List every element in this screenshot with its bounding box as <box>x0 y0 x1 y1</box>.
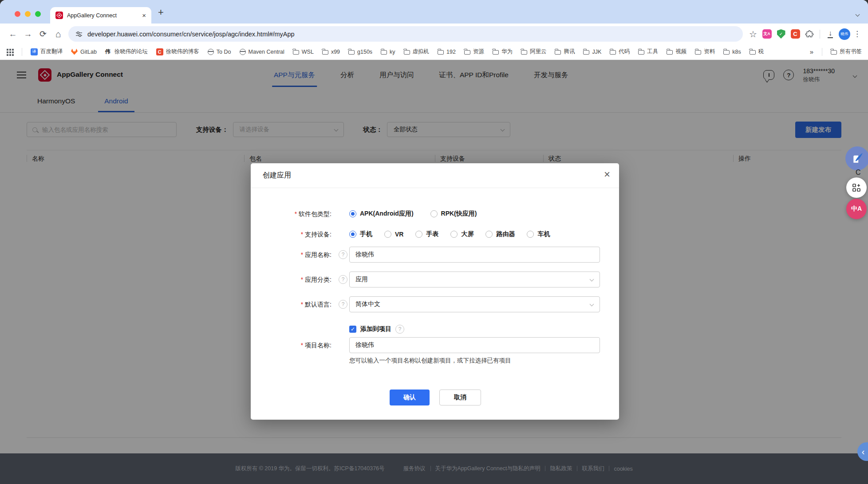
help-icon[interactable]: ? <box>395 325 404 334</box>
folder-icon <box>723 50 730 55</box>
bookmark-folder-x99[interactable]: x99 <box>322 49 340 55</box>
bookmark-blog[interactable]: C徐晓伟的博客 <box>156 48 199 55</box>
folder-icon <box>293 50 299 55</box>
translate-widget-button[interactable]: 中A <box>846 199 867 219</box>
bookmark-forum[interactable]: 伟徐晓伟的论坛 <box>105 48 148 55</box>
default-language-select[interactable]: 简体中文 <box>349 296 600 312</box>
forward-icon[interactable]: → <box>20 29 36 39</box>
folder-icon <box>583 50 589 55</box>
folder-icon <box>404 50 410 55</box>
apps-shortcut-icon[interactable] <box>6 48 13 55</box>
extensions-puzzle-icon[interactable] <box>804 28 815 40</box>
bookmark-todo[interactable]: To Do <box>208 49 231 55</box>
bookmark-folder-video[interactable]: 视频 <box>667 48 687 55</box>
bookmark-folder-code[interactable]: 代码 <box>610 48 630 55</box>
tab-close-icon[interactable]: × <box>142 12 146 19</box>
modal-title: 创建应用 <box>263 171 291 180</box>
bookmark-folder-k8s[interactable]: k8s <box>723 49 741 55</box>
folder-icon <box>638 50 644 55</box>
site-settings-icon[interactable] <box>75 31 83 38</box>
browser-tab[interactable]: AppGallery Connect × <box>50 7 151 24</box>
radio-car[interactable]: 车机 <box>527 230 550 238</box>
add-to-project-checkbox[interactable]: ✓ 添加到项目 ? <box>349 325 600 334</box>
tab-title: AppGallery Connect <box>67 12 138 19</box>
folder-icon <box>750 50 756 55</box>
confirm-button[interactable]: 确认 <box>390 390 430 405</box>
radio-off-icon <box>527 231 534 238</box>
home-icon[interactable]: ⌂ <box>51 29 66 39</box>
radio-off-icon <box>384 231 391 238</box>
cancel-button[interactable]: 取消 <box>439 390 481 405</box>
radio-router[interactable]: 路由器 <box>485 230 515 238</box>
bookmark-folder-ziliao[interactable]: 资料 <box>695 48 715 55</box>
address-bar[interactable]: developer.huawei.com/consumer/cn/service… <box>68 26 743 42</box>
radio-watch[interactable]: 手表 <box>415 230 438 238</box>
appgallery-favicon-icon <box>55 12 63 19</box>
collector-widget-button[interactable] <box>846 177 867 198</box>
bookmark-folder-jjk[interactable]: JJK <box>583 49 601 55</box>
bookmark-folder-tools[interactable]: 工具 <box>638 48 658 55</box>
adblock-shield-icon[interactable]: ✓ <box>775 28 787 40</box>
radio-phone[interactable]: 手机 <box>349 230 372 238</box>
package-type-options: APK(Android应用) RPK(快应用) <box>349 207 600 221</box>
app-name-input[interactable] <box>349 247 600 263</box>
app-category-select[interactable]: 应用 <box>349 272 600 287</box>
minimize-window-button[interactable] <box>25 11 31 17</box>
project-name-label: 项目名称: <box>251 337 331 353</box>
note-widget-button[interactable] <box>845 146 868 170</box>
bookmarks-bar: 译百度翻译 GitLab 伟徐晓伟的论坛 C徐晓伟的博客 To Do Maven… <box>0 44 868 59</box>
project-name-row: 项目名称: <box>251 337 619 353</box>
folder-icon <box>322 50 328 55</box>
bookmark-folder-tax[interactable]: 税 <box>750 48 764 55</box>
radio-bigscreen[interactable]: 大屏 <box>450 230 473 238</box>
radio-on-icon <box>349 210 356 217</box>
bookmark-baidu-translate[interactable]: 译百度翻译 <box>31 48 63 55</box>
csdn-extension-icon[interactable]: C <box>789 28 801 40</box>
tab-search-icon[interactable] <box>856 10 859 18</box>
bookmark-folder-tencent[interactable]: 腾讯 <box>555 48 575 55</box>
folder-icon <box>610 50 616 55</box>
all-bookmarks-folder[interactable]: 所有书签 <box>831 48 862 55</box>
radio-rpk[interactable]: RPK(快应用) <box>430 210 477 218</box>
translate-extension-icon[interactable]: 文A <box>761 28 773 40</box>
help-icon[interactable]: ? <box>339 300 347 309</box>
bookmark-folder-wsl[interactable]: WSL <box>293 49 314 55</box>
profile-avatar[interactable]: 晓伟 <box>839 28 850 40</box>
new-tab-button[interactable]: + <box>158 7 164 18</box>
back-icon[interactable]: ← <box>5 29 20 39</box>
radio-vr[interactable]: VR <box>384 231 403 238</box>
bookmark-folder-ziyuan[interactable]: 资源 <box>464 48 484 55</box>
folder-icon <box>695 50 701 55</box>
extension-c-label[interactable]: C <box>856 169 861 177</box>
create-app-modal: 创建应用 × 软件包类型: APK(Android应用) RPK(快应用) 支持… <box>251 163 619 420</box>
radio-off-icon <box>485 231 493 238</box>
package-type-row: 软件包类型: APK(Android应用) RPK(快应用) <box>251 207 619 221</box>
close-window-button[interactable] <box>15 11 20 17</box>
bookmarks-overflow-icon[interactable]: » <box>810 48 813 55</box>
browser-menu-icon[interactable]: ⋮ <box>853 29 861 39</box>
bookmark-star-icon[interactable]: ☆ <box>749 29 757 39</box>
folder-icon <box>555 50 561 55</box>
bookmark-folder-vm[interactable]: 虚拟机 <box>404 48 430 55</box>
bookmark-folder-huawei[interactable]: 华为 <box>493 48 513 55</box>
folder-icon <box>493 50 499 55</box>
bookmark-folder-192[interactable]: 192 <box>438 49 456 55</box>
help-icon[interactable]: ? <box>339 275 347 284</box>
bookmark-gitlab[interactable]: GitLab <box>71 49 97 55</box>
project-name-input[interactable] <box>349 337 600 353</box>
zoom-window-button[interactable] <box>35 11 41 17</box>
radio-apk[interactable]: APK(Android应用) <box>349 210 414 218</box>
chevron-down-icon <box>590 302 594 307</box>
folder-icon <box>348 50 355 55</box>
forum-icon: 伟 <box>105 48 112 55</box>
modal-close-icon[interactable]: × <box>604 169 610 180</box>
bookmark-folder-g150s[interactable]: g150s <box>348 49 372 55</box>
downloads-icon[interactable]: ↓ <box>825 28 836 40</box>
bookmark-folder-ky[interactable]: ky <box>381 49 395 55</box>
help-icon[interactable]: ? <box>339 250 347 259</box>
reload-icon[interactable]: ⟳ <box>36 29 51 39</box>
bookmark-folder-aliyun[interactable]: 阿里云 <box>521 48 547 55</box>
bookmark-maven-central[interactable]: Maven Central <box>240 49 284 55</box>
project-name-hint: 您可以输入一个项目名称以创建新项目，或下拉选择已有项目 <box>349 357 600 365</box>
globe-icon <box>208 49 214 55</box>
